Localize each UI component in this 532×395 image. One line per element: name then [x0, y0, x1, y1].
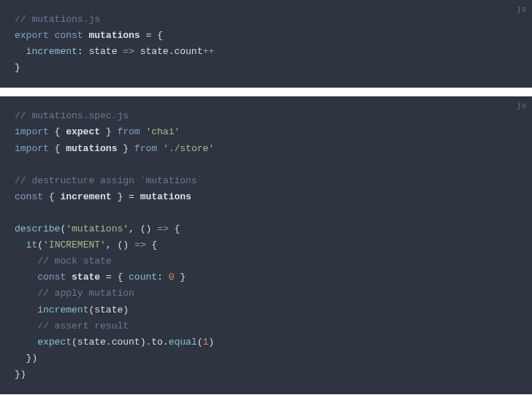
method-call: equal — [169, 337, 197, 348]
function-call: it — [26, 239, 38, 250]
function-call: expect — [37, 337, 72, 348]
punctuation: { — [43, 191, 60, 202]
punctuation: }) — [26, 353, 38, 364]
string-literal: 'INCREMENT' — [43, 239, 106, 250]
identifier: mutations — [88, 30, 140, 41]
code-line: increment: state => state.count++ — [15, 44, 517, 60]
code-line: // mutations.spec.js — [15, 108, 517, 124]
code-line: }) — [15, 350, 517, 367]
code-line: // destructure assign `mutations` — [15, 173, 517, 189]
code-line: // mutations.js — [15, 12, 517, 28]
code-block-spec: js // mutations.spec.js import { expect … — [0, 96, 532, 394]
punctuation: = { — [140, 30, 163, 41]
operator: ++ — [202, 46, 214, 57]
punctuation: = { — [106, 272, 129, 283]
keyword: from — [134, 143, 157, 154]
code-line: const { increment } = mutations — [15, 189, 517, 205]
code-line: const state = { count: 0 } — [15, 269, 517, 285]
punctuation: } — [117, 143, 134, 154]
punctuation: , () — [129, 223, 157, 234]
code-line: // apply mutation — [15, 285, 517, 302]
punctuation: , () — [106, 239, 134, 250]
punctuation: { — [145, 239, 157, 250]
number-literal: 0 — [169, 272, 175, 283]
comment-text: // mutations.spec.js — [15, 110, 129, 121]
operator: => — [157, 223, 169, 234]
punctuation: (state) — [88, 304, 129, 315]
code-line — [15, 205, 517, 221]
punctuation: } — [175, 272, 186, 283]
identifier: increment — [60, 191, 111, 202]
comment-text: // mock state — [37, 256, 111, 266]
punctuation: ) — [208, 337, 214, 348]
punctuation: : — [157, 272, 169, 283]
punctuation: }) — [15, 369, 26, 380]
code-block-mutations: js // mutations.js export const mutation… — [0, 0, 532, 88]
function-call: increment — [37, 304, 88, 315]
code-line: it('INCREMENT', () => { — [15, 237, 517, 253]
keyword: const — [55, 30, 83, 41]
punctuation: } — [100, 126, 117, 137]
string-literal: 'mutations' — [66, 223, 129, 234]
code-line: import { mutations } from './store' — [15, 141, 517, 157]
operator: => — [134, 239, 146, 250]
code-line: // mock state — [15, 253, 517, 269]
code-line: increment(state) — [15, 302, 517, 318]
punctuation: { — [49, 143, 66, 154]
code-line: expect(state.count).to.equal(1) — [15, 334, 517, 350]
punctuation: } — [15, 62, 20, 73]
keyword: export — [15, 30, 49, 41]
property: count — [129, 272, 157, 283]
language-label: js — [517, 99, 526, 113]
keyword: import — [15, 126, 49, 137]
identifier: state — [66, 272, 106, 283]
punctuation: { — [169, 223, 180, 234]
keyword: import — [15, 143, 49, 154]
function-call: describe — [15, 223, 60, 234]
string-literal: 'chai' — [145, 126, 180, 137]
punctuation: ( — [37, 239, 43, 250]
code-line: // assert result — [15, 318, 517, 334]
comment-text: // assert result — [37, 321, 129, 331]
comment-text: // mutations.js — [15, 14, 100, 25]
identifier: state.count — [134, 46, 203, 57]
keyword: const — [15, 191, 43, 202]
code-line — [15, 157, 517, 173]
code-line: describe('mutations', () => { — [15, 221, 517, 237]
code-line: } — [15, 60, 517, 76]
identifier: mutations — [66, 143, 117, 154]
identifier: state — [83, 46, 123, 57]
keyword: const — [37, 272, 66, 283]
punctuation: { — [49, 126, 66, 137]
identifier: expect — [66, 126, 100, 137]
language-label: js — [517, 3, 526, 17]
comment-text: // destructure assign `mutations` — [15, 175, 202, 186]
punctuation: (state.count).to. — [72, 337, 169, 348]
property: increment — [26, 46, 77, 57]
code-line: }) — [15, 367, 517, 383]
string-literal: './store' — [163, 143, 214, 154]
comment-text: // apply mutation — [37, 288, 134, 299]
code-line: export const mutations = { — [15, 28, 517, 44]
punctuation: : — [77, 46, 83, 57]
identifier: mutations — [140, 191, 191, 202]
code-line: import { expect } from 'chai' — [15, 124, 517, 140]
keyword: from — [117, 126, 140, 137]
punctuation: } = — [112, 191, 140, 202]
operator: => — [123, 46, 134, 57]
